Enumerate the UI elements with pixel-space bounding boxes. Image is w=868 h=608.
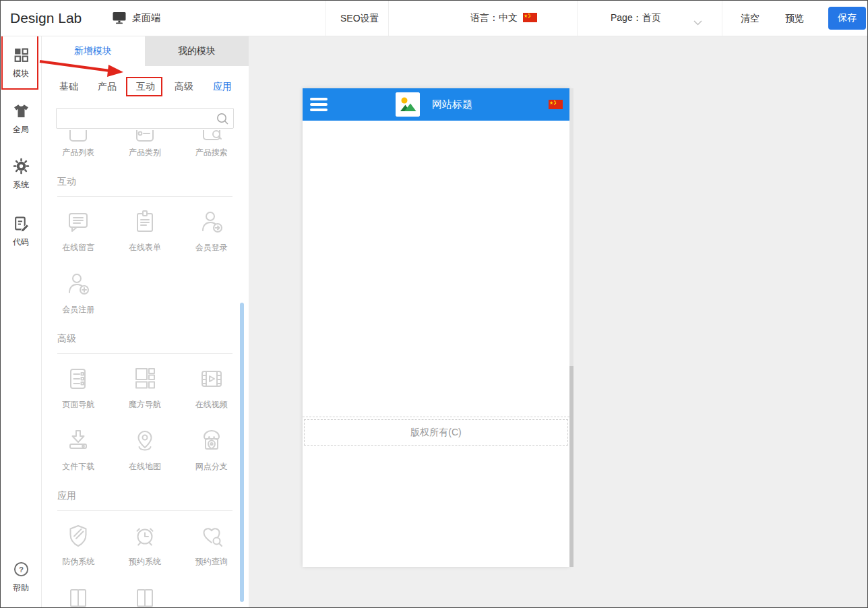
form-icon	[131, 208, 159, 239]
sidebar-item-label: 模块	[1, 68, 41, 80]
seo-settings-button[interactable]: SEO设置	[340, 1, 379, 36]
sidebar-item-modules[interactable]: 模块	[1, 47, 41, 80]
download-icon	[64, 427, 92, 458]
page-selector-dropdown[interactable]: Page：首页	[611, 1, 661, 36]
mobile-header-block[interactable]: 网站标题	[303, 88, 569, 121]
open-book-icon	[131, 584, 159, 608]
design-lab-app: Design Lab 桌面端 SEO设置 语言：中文	[0, 0, 868, 608]
mobile-preview: 网站标题 版权所有(C)	[303, 88, 569, 567]
sidebar-item-label: 帮助	[1, 582, 41, 594]
section-title-advanced: 高级	[57, 333, 232, 345]
sidebar-item-global[interactable]: 全局	[1, 102, 41, 135]
module-label: 在线视频	[195, 399, 228, 411]
china-flag-icon	[523, 13, 537, 24]
panel-scrollbar-thumb[interactable]	[240, 303, 244, 602]
hamburger-menu-icon[interactable]	[310, 98, 328, 114]
category-advanced[interactable]: 高级	[175, 81, 193, 93]
section-title-interactive: 互动	[57, 176, 232, 188]
sidebar-item-code[interactable]: 代码	[1, 215, 41, 248]
language-selector[interactable]: 语言：中文	[470, 1, 537, 36]
sidebar-nav: 模块 全局	[1, 36, 42, 608]
module-online-video[interactable]: 在线视频	[178, 365, 245, 411]
module-label: 文件下载	[62, 461, 94, 473]
question-circle-icon: ?	[13, 568, 30, 580]
module-anticounterfeit[interactable]: 防伪系统	[45, 522, 112, 568]
module-branch-locations[interactable]: 网点分支	[178, 427, 245, 473]
language-label: 语言：中文	[470, 12, 518, 24]
module-ebook-album[interactable]: 电子图册	[112, 584, 179, 608]
user-login-icon	[197, 208, 226, 239]
comment-icon	[64, 208, 92, 239]
module-booking-query[interactable]: 预约查询	[178, 522, 245, 568]
mobile-footer-block[interactable]: 版权所有(C)	[304, 419, 568, 446]
module-label: 页面导航	[62, 399, 94, 411]
product-category-icon	[131, 130, 159, 144]
alarm-clock-icon	[131, 522, 159, 553]
section-title-apps: 应用	[57, 490, 232, 502]
module-label: 会员登录	[195, 242, 228, 253]
clear-button[interactable]: 清空	[741, 1, 760, 36]
module-online-map[interactable]: 在线地图	[112, 427, 179, 473]
module-label: 产品搜索	[195, 147, 228, 158]
module-label: 会员注册	[62, 304, 94, 315]
module-label: 产品类别	[129, 147, 161, 158]
category-apps[interactable]: 应用	[213, 81, 232, 93]
module-label: 网点分支	[195, 461, 228, 473]
module-label: 产品列表	[62, 147, 94, 158]
module-booking-system[interactable]: 预约系统	[112, 522, 179, 568]
user-register-icon	[64, 270, 92, 301]
gear-icon	[13, 165, 30, 177]
category-tabs: 基础 产品 互动 高级 应用	[41, 74, 249, 100]
module-online-message[interactable]: 在线留言	[45, 208, 112, 253]
mobile-body-block[interactable]	[303, 121, 569, 417]
module-member-login[interactable]: 会员登录	[178, 208, 245, 253]
module-label: 预约系统	[129, 556, 161, 568]
store-pin-icon	[197, 427, 226, 458]
sidebar-item-system[interactable]: 系统	[1, 158, 41, 191]
editor-canvas: 网站标题 版权所有(C)	[249, 36, 868, 608]
module-product-search[interactable]: 产品搜索	[178, 130, 245, 158]
category-interactive[interactable]: 互动	[136, 81, 155, 93]
sidebar-item-help[interactable]: ? 帮助	[1, 561, 41, 594]
module-product-category[interactable]: 产品类别	[112, 130, 179, 158]
module-product-list[interactable]: 产品列表	[45, 130, 112, 158]
module-label: 防伪系统	[62, 556, 94, 568]
site-title: 网站标题	[432, 88, 472, 121]
module-label: 在线留言	[62, 242, 94, 253]
sidebar-item-label: 代码	[1, 237, 41, 248]
page-nav-icon	[64, 365, 92, 396]
tab-add-module[interactable]: 新增模块	[41, 36, 145, 66]
module-file-download[interactable]: 文件下载	[45, 427, 112, 473]
module-cube-nav[interactable]: 魔方导航	[112, 365, 179, 411]
china-flag-icon[interactable]	[549, 100, 563, 112]
monitor-icon	[111, 9, 127, 28]
chevron-down-icon[interactable]	[693, 16, 702, 28]
tshirt-icon	[13, 110, 30, 121]
modules-grid-icon	[13, 54, 30, 65]
category-product[interactable]: 产品	[98, 81, 117, 93]
preview-button[interactable]: 预览	[785, 1, 804, 36]
svg-text:?: ?	[19, 566, 24, 574]
site-logo	[396, 92, 420, 117]
module-search-input[interactable]	[62, 110, 220, 128]
module-label: 在线地图	[129, 461, 161, 473]
heart-search-icon	[197, 522, 226, 553]
open-book-icon	[64, 584, 92, 608]
shield-icon	[64, 522, 92, 553]
preview-scrollbar-track[interactable]	[569, 88, 574, 567]
module-bepay[interactable]: bepay	[45, 584, 112, 608]
divider	[388, 1, 389, 36]
module-page-nav[interactable]: 页面导航	[45, 365, 112, 411]
search-icon[interactable]	[216, 112, 229, 128]
preview-scrollbar-thumb[interactable]	[569, 366, 574, 567]
module-online-form[interactable]: 在线表单	[112, 208, 179, 253]
map-pin-icon	[131, 427, 159, 458]
app-logo: Design Lab	[10, 1, 82, 36]
save-button[interactable]: 保存	[828, 7, 866, 30]
product-search-icon	[197, 130, 226, 144]
device-toggle-desktop[interactable]: 桌面端	[111, 1, 160, 36]
category-basic[interactable]: 基础	[59, 81, 78, 93]
module-grid-apps: 防伪系统 预约系统 预	[41, 511, 249, 608]
tab-my-modules[interactable]: 我的模块	[145, 36, 249, 66]
module-member-register[interactable]: 会员注册	[45, 270, 112, 315]
